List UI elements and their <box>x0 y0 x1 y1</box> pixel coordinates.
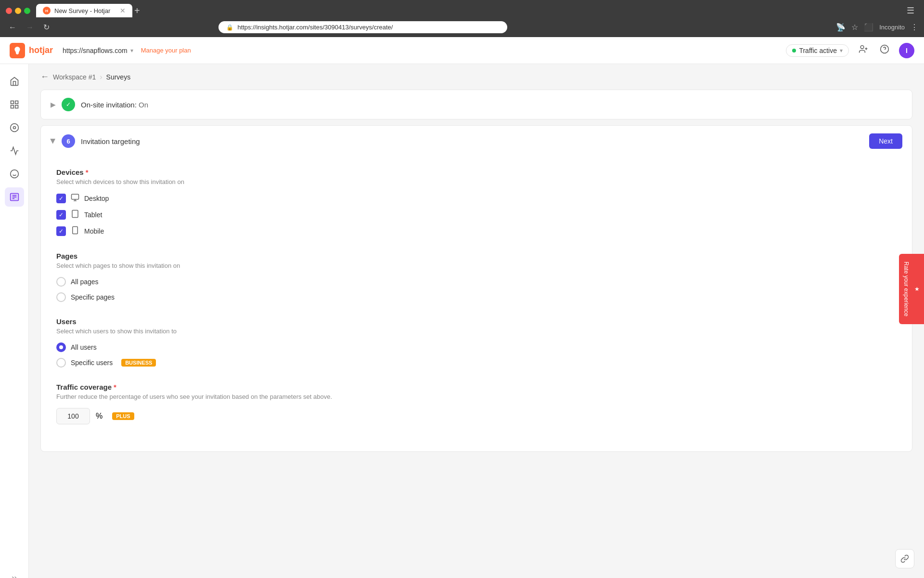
on-site-invitation-card: ▶ ✓ On-site invitation: On <box>40 90 912 119</box>
on-site-card-header[interactable]: ▶ ✓ On-site invitation: On <box>41 90 912 119</box>
new-tab-button[interactable]: + <box>134 5 140 16</box>
tab-bar: H New Survey - Hotjar ✕ + ☰ <box>0 0 924 17</box>
all-users-radio[interactable] <box>56 342 66 352</box>
device-mobile: ✓ Mobile <box>56 226 897 236</box>
svg-rect-5 <box>11 101 13 104</box>
sidebar-item-surveys[interactable] <box>5 187 24 207</box>
traffic-coverage-title: Traffic coverage * <box>56 383 897 391</box>
users-specific-users: Specific users BUSINESS <box>56 358 897 368</box>
logo-text: hotjar <box>29 45 53 55</box>
specific-pages-radio[interactable] <box>56 292 66 302</box>
tablet-icon <box>71 210 79 220</box>
all-pages-radio[interactable] <box>56 277 66 287</box>
breadcrumb-surveys[interactable]: Surveys <box>106 73 131 81</box>
link-icon-button[interactable] <box>895 549 914 568</box>
rate-tab-label: Rate your experience <box>903 262 910 316</box>
sidebar-expand-button[interactable] <box>5 569 24 578</box>
menu-icon[interactable]: ⋮ <box>911 23 918 32</box>
traffic-status-badge[interactable]: Traffic active ▾ <box>786 44 849 57</box>
profile-label: Incognito <box>879 24 905 31</box>
max-btn[interactable] <box>24 8 30 14</box>
traffic-chevron-icon: ▾ <box>840 47 843 54</box>
users-section: Users Select which users to show this in… <box>56 317 897 368</box>
specific-users-radio[interactable] <box>56 358 66 368</box>
devices-title: Devices * <box>56 168 897 176</box>
card-expand-icon: ▶ <box>51 101 56 108</box>
device-tablet: ✓ Tablet <box>56 210 897 220</box>
specific-pages-label: Specific pages <box>71 293 115 301</box>
tablet-label: Tablet <box>84 211 102 219</box>
avatar[interactable]: I <box>899 43 914 58</box>
help-button[interactable] <box>878 42 891 58</box>
tablet-checkbox[interactable]: ✓ <box>56 210 66 220</box>
back-button[interactable]: ← <box>6 22 19 33</box>
users-description: Select which users to show this invitati… <box>56 328 897 335</box>
rate-experience-tab[interactable]: ★ Rate your experience <box>899 254 924 324</box>
svg-point-9 <box>10 124 18 132</box>
forward-button[interactable]: → <box>23 22 37 33</box>
breadcrumb-separator: › <box>100 73 102 81</box>
site-selector[interactable]: https://snapflows.com ▾ <box>63 47 133 54</box>
targeting-card-body: Devices * Select which devices to show t… <box>41 157 912 451</box>
tab-favicon: H <box>43 7 51 14</box>
device-desktop: ✓ Desktop <box>56 193 897 204</box>
main-layout: ← Workspace #1 › Surveys ▶ ✓ On-site inv… <box>0 64 924 578</box>
svg-rect-7 <box>11 105 13 108</box>
next-button[interactable]: Next <box>869 133 902 149</box>
window-controls <box>6 8 30 14</box>
desktop-icon <box>71 193 79 204</box>
min-btn[interactable] <box>15 8 21 14</box>
breadcrumb: ← Workspace #1 › Surveys <box>29 64 924 90</box>
tab-close-btn[interactable]: ✕ <box>120 7 126 14</box>
pages-section: Pages Select which pages to show this in… <box>56 252 897 302</box>
breadcrumb-workspace[interactable]: Workspace #1 <box>53 73 96 81</box>
close-btn[interactable] <box>6 8 12 14</box>
app-header: hotjar https://snapflows.com ▾ Manage yo… <box>0 37 924 64</box>
sidebar-item-recordings[interactable] <box>5 118 24 137</box>
specific-users-label: Specific users <box>71 359 113 367</box>
business-badge: BUSINESS <box>121 359 156 367</box>
svg-point-10 <box>13 127 15 129</box>
pages-description: Select which pages to show this invitati… <box>56 262 897 269</box>
lock-icon: 🔒 <box>226 24 233 31</box>
browser-chrome: H New Survey - Hotjar ✕ + ☰ ← → ↻ 🔒 http… <box>0 0 924 37</box>
browser-actions: 📡 ☆ ⬛ Incognito ⋮ <box>836 23 918 32</box>
add-user-button[interactable] <box>857 42 870 58</box>
mobile-icon <box>71 226 79 236</box>
address-bar[interactable]: 🔒 https://insights.hotjar.com/sites/3090… <box>218 21 507 33</box>
sidebar-item-feedback[interactable] <box>5 164 24 184</box>
users-title: Users <box>56 317 897 326</box>
traffic-required-star: * <box>114 383 116 391</box>
pages-title: Pages <box>56 252 897 260</box>
targeting-card-header[interactable]: ▶ 6 Invitation targeting Next <box>41 126 912 157</box>
sidebar <box>0 64 29 578</box>
sidebar-item-heatmaps[interactable] <box>5 141 24 160</box>
traffic-coverage-input[interactable] <box>56 408 90 424</box>
sidebar-item-dashboard[interactable] <box>5 95 24 114</box>
pages-all-pages: All pages <box>56 277 897 287</box>
sidebar-item-home[interactable] <box>5 72 24 91</box>
content-area: ← Workspace #1 › Surveys ▶ ✓ On-site inv… <box>29 64 924 578</box>
active-tab[interactable]: H New Survey - Hotjar ✕ <box>36 4 132 17</box>
traffic-input-row: % PLUS <box>56 408 897 424</box>
breadcrumb-back-button[interactable]: ← <box>40 72 49 82</box>
mobile-label: Mobile <box>84 227 104 235</box>
traffic-status-text: Traffic active <box>799 47 837 54</box>
mobile-checkbox[interactable]: ✓ <box>56 226 66 236</box>
desktop-label: Desktop <box>84 195 109 202</box>
refresh-button[interactable]: ↻ <box>40 22 52 33</box>
manage-plan-link[interactable]: Manage your plan <box>141 47 191 54</box>
tab-title: New Survey - Hotjar <box>54 7 110 14</box>
svg-rect-8 <box>15 105 18 108</box>
bookmark-icon[interactable]: ☆ <box>851 23 858 32</box>
svg-rect-18 <box>72 194 79 199</box>
targeting-title: Invitation targeting <box>81 137 140 145</box>
traffic-coverage-section: Traffic coverage * Further reduce the pe… <box>56 383 897 424</box>
step-complete-icon: ✓ <box>62 98 75 111</box>
desktop-checkbox[interactable]: ✓ <box>56 194 66 203</box>
extensions-icon[interactable]: ⬛ <box>864 23 873 32</box>
invitation-targeting-card: ▶ 6 Invitation targeting Next Devices * … <box>40 125 912 452</box>
url-text: https://insights.hotjar.com/sites/309041… <box>237 24 393 31</box>
card-collapse-icon: ▶ <box>50 139 57 144</box>
plus-badge: PLUS <box>112 412 134 420</box>
